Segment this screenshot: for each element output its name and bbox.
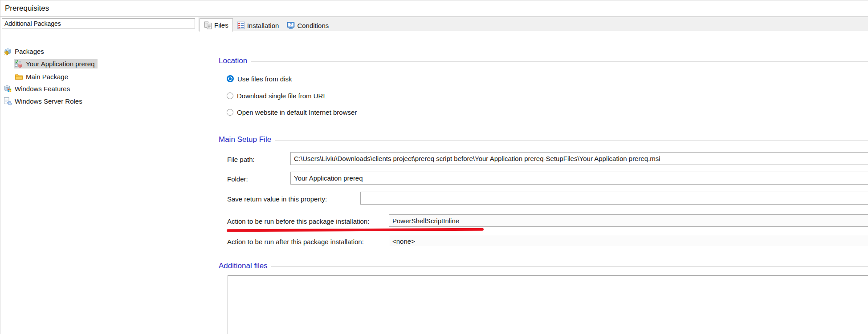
action-after-label: Action to be run after this package inst… (227, 238, 364, 245)
tree-item-your-application-prereq[interactable]: Your Application prereq (0, 58, 198, 69)
group-line (271, 266, 868, 267)
main-setup-file-section-header: Main Setup File (219, 135, 868, 144)
tree-item-label: Windows Server Roles (15, 97, 82, 105)
tree-item-label: Main Package (26, 73, 68, 80)
tab-label: Conditions (297, 22, 329, 29)
prerequisites-page: Prerequisites Additional Packages Packag… (0, 0, 868, 334)
packages-icon (4, 47, 12, 56)
location-section-title: Location (219, 56, 247, 65)
folder-field[interactable]: Your Application prereq (290, 172, 868, 185)
sidebar-header: Additional Packages (2, 18, 195, 28)
radio-label: Open website in default Internet browser (237, 109, 357, 116)
action-after-field[interactable]: <none> (389, 235, 868, 247)
save-return-value-label: Save return value in this property: (227, 195, 327, 203)
folder-label: Folder: (227, 175, 248, 183)
radio-unselected-icon[interactable] (227, 109, 233, 116)
page-title-bar: Prerequisites (0, 0, 868, 17)
radio-label: Download single file from URL (237, 92, 327, 100)
tab-conditions[interactable]: ? Conditions (283, 19, 333, 32)
save-return-value-field[interactable] (360, 192, 868, 205)
tab-installation[interactable]: Installation (233, 19, 283, 32)
page-title: Prerequisites (5, 4, 49, 13)
pane-divider[interactable] (198, 17, 198, 334)
tab-bar: Files Installation (200, 18, 333, 32)
action-after-value: <none> (392, 237, 415, 245)
tree-item-label: Your Application prereq (26, 60, 95, 68)
annotation-red-underline (227, 228, 484, 232)
group-line (251, 61, 868, 62)
sidebar: Additional Packages Packages (0, 17, 198, 334)
tree-item-label: Windows Features (15, 85, 70, 93)
radio-use-files-from-disk[interactable]: Use files from disk (227, 75, 292, 83)
tree-item-windows-server-roles[interactable]: Windows Server Roles (0, 95, 198, 107)
folder-value: Your Application prereq (294, 174, 363, 182)
additional-files-list[interactable] (228, 275, 868, 334)
group-line (275, 140, 868, 141)
conditions-icon: ? (287, 21, 295, 29)
tab-label: Installation (247, 22, 279, 29)
additional-files-section-title: Additional files (219, 262, 268, 270)
tree-item-main-package[interactable]: Main Package (0, 71, 198, 82)
radio-open-website[interactable]: Open website in default Internet browser (227, 108, 357, 116)
installation-icon (237, 21, 245, 29)
tree-item-windows-features[interactable]: Windows Features (0, 83, 198, 94)
action-before-field[interactable]: PowerShellScriptInline (389, 214, 868, 227)
files-icon (204, 21, 212, 29)
radio-selected-icon[interactable] (227, 75, 234, 82)
file-path-label: File path: (227, 156, 255, 163)
prereq-package-icon (15, 60, 23, 68)
folder-icon (15, 72, 23, 81)
windows-features-icon (4, 85, 12, 93)
radio-label: Use files from disk (237, 75, 292, 83)
tab-files[interactable]: Files (200, 18, 233, 32)
tab-label: Files (214, 21, 228, 29)
main-setup-file-section-title: Main Setup File (219, 135, 271, 144)
additional-files-section-header: Additional files (219, 262, 868, 270)
action-before-value: PowerShellScriptInline (392, 217, 459, 225)
tree-item-packages[interactable]: Packages (0, 45, 198, 57)
file-path-field[interactable]: C:\Users\Liviu\Downloads\clients project… (290, 152, 868, 165)
file-path-value: C:\Users\Liviu\Downloads\clients project… (294, 155, 660, 162)
tree-item-label: Packages (15, 48, 44, 55)
windows-server-roles-icon (4, 97, 12, 105)
svg-text:?: ? (290, 22, 292, 27)
radio-unselected-icon[interactable] (227, 93, 233, 99)
location-section-header: Location (219, 56, 868, 65)
radio-download-single-file[interactable]: Download single file from URL (227, 92, 327, 100)
action-before-label: Action to be run before this package ins… (227, 217, 369, 225)
